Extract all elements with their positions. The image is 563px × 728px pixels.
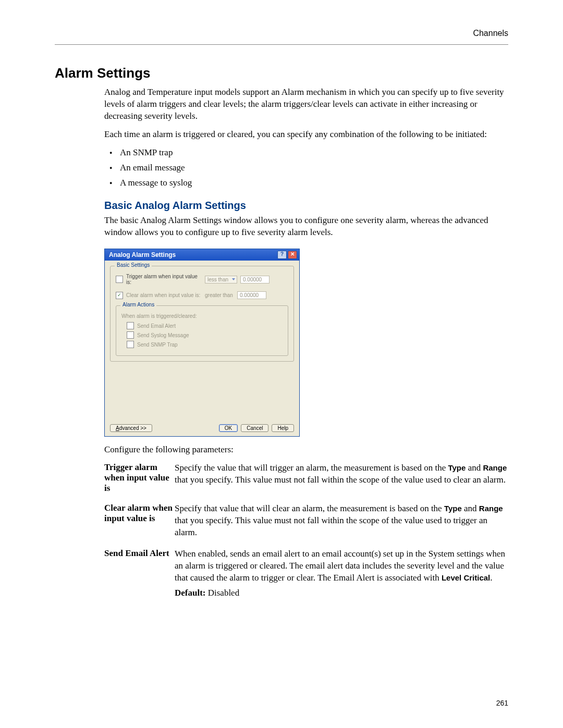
intro-paragraph-1: Analog and Temperature input models supp…	[104, 87, 508, 122]
param-row-trigger: Trigger alarm when input value is Specif…	[104, 462, 508, 493]
alarm-actions-legend: Alarm Actions	[120, 302, 156, 307]
bullet-item: A message to syslog	[104, 177, 508, 189]
configure-prompt: Configure the following parameters:	[104, 444, 508, 456]
clear-value-input[interactable]: 0.00000	[237, 291, 266, 299]
param-desc: Specify the value that will trigger an a…	[175, 462, 508, 493]
param-name: Clear alarm when input value is	[104, 503, 175, 539]
bullet-item: An SNMP trap	[104, 147, 508, 159]
clear-alarm-checkbox[interactable]	[116, 292, 123, 299]
alarm-actions-hint: When alarm is triggered/cleared:	[121, 313, 283, 319]
cancel-button[interactable]: Cancel	[241, 424, 268, 432]
advanced-button[interactable]: AAdvanced >>dvanced >>	[110, 424, 152, 432]
intro-paragraph-2: Each time an alarm is triggered or clear…	[104, 129, 508, 141]
header-rule	[55, 44, 508, 45]
alarm-actions-group: Alarm Actions When alarm is triggered/cl…	[116, 305, 288, 356]
trigger-operator-select[interactable]: less than	[205, 276, 237, 283]
page-title: Alarm Settings	[55, 65, 508, 81]
bullet-item: An email message	[104, 162, 508, 174]
clear-operator-label: greater than	[205, 292, 234, 298]
intro-bullets: An SNMP trap An email message A message …	[104, 147, 508, 189]
send-snmp-label: Send SNMP Trap	[137, 342, 178, 348]
parameter-table: Trigger alarm when input value is Specif…	[104, 462, 508, 599]
trigger-alarm-checkbox[interactable]	[116, 276, 123, 283]
basic-settings-legend: Basic Settings	[115, 262, 152, 268]
basic-settings-group: Basic Settings Trigger alarm when input …	[110, 266, 294, 362]
header-section: Channels	[473, 29, 508, 38]
close-icon[interactable]: ✕	[288, 251, 297, 259]
clear-alarm-label: Clear alarm when input value is:	[126, 292, 202, 298]
ok-button[interactable]: OK	[219, 424, 238, 432]
send-email-checkbox[interactable]	[127, 322, 134, 329]
param-name: Send Email Alert	[104, 548, 175, 599]
subsection-intro: The basic Analog Alarm Settings window a…	[104, 215, 508, 239]
param-desc: When enabled, sends an email alert to an…	[175, 548, 508, 599]
send-snmp-checkbox[interactable]	[127, 341, 134, 348]
page-number: 261	[496, 699, 508, 707]
dialog-title: Analog Alarm Settings	[109, 251, 176, 258]
help-icon[interactable]: ?	[277, 251, 287, 259]
trigger-alarm-label: Trigger alarm when input value is:	[126, 274, 202, 285]
help-button[interactable]: Help	[272, 424, 294, 432]
send-syslog-checkbox[interactable]	[127, 331, 134, 339]
send-email-label: Send Email Alert	[137, 323, 176, 329]
send-syslog-label: Send Syslog Message	[137, 332, 189, 338]
param-desc: Specify that value that will clear an al…	[175, 503, 508, 539]
param-row-clear: Clear alarm when input value is Specify …	[104, 503, 508, 539]
param-name: Trigger alarm when input value is	[104, 462, 175, 493]
dialog-titlebar[interactable]: Analog Alarm Settings ? ✕	[105, 249, 299, 261]
trigger-value-input[interactable]: 0.00000	[240, 276, 270, 283]
subsection-title: Basic Analog Alarm Settings	[104, 200, 508, 212]
alarm-settings-dialog: Analog Alarm Settings ? ✕ Basic Settings…	[104, 249, 300, 437]
param-row-email: Send Email Alert When enabled, sends an …	[104, 548, 508, 599]
